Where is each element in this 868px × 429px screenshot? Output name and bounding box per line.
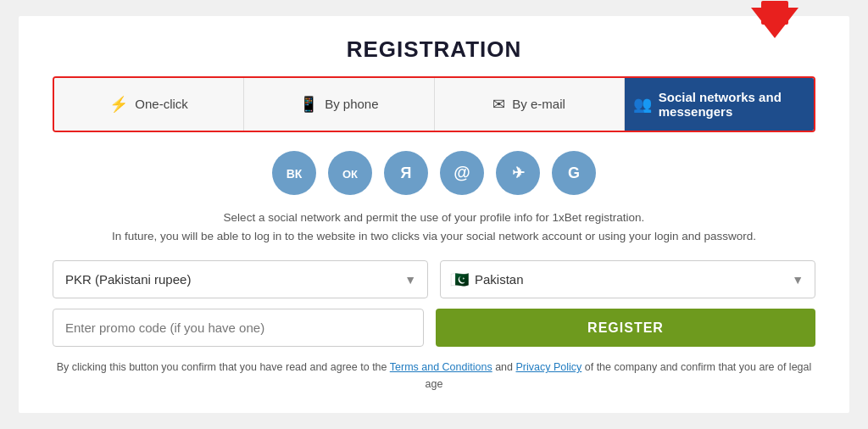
info-line2: In future, you will be able to log in to… <box>53 227 815 246</box>
currency-select-wrapper: PKR (Pakistani rupee) USD (US Dollar) EU… <box>53 260 428 298</box>
vk-button[interactable] <box>272 151 316 195</box>
register-button[interactable]: REGISTER <box>436 309 815 347</box>
terms-link[interactable]: Terms and Conditions <box>390 361 492 373</box>
privacy-link[interactable]: Privacy Policy <box>515 361 581 373</box>
ok-button[interactable] <box>328 151 372 195</box>
email-icon: ✉ <box>492 95 505 114</box>
tab-social-label: Social networks and messengers <box>659 90 805 119</box>
flag-icon: 🇵🇰 <box>450 270 469 289</box>
terms-middle: and <box>492 361 516 373</box>
registration-container: REGISTRATION ⚡ One-click 📱 By phone ✉ By… <box>19 16 849 413</box>
yandex-button[interactable] <box>384 151 428 195</box>
tab-by-phone[interactable]: 📱 By phone <box>244 78 434 131</box>
google-button[interactable] <box>552 151 596 195</box>
tab-by-phone-label: By phone <box>325 97 378 111</box>
terms-before: By clicking this button you confirm that… <box>57 361 390 373</box>
terms-text: By clicking this button you confirm that… <box>53 359 815 393</box>
tab-social[interactable]: 👥 Social networks and messengers <box>625 78 814 131</box>
currency-select[interactable]: PKR (Pakistani rupee) USD (US Dollar) EU… <box>53 260 428 298</box>
social-icons-row <box>53 151 815 195</box>
arrow-indicator <box>751 8 798 38</box>
registration-tabs: ⚡ One-click 📱 By phone ✉ By e-mail 👥 Soc… <box>53 76 815 132</box>
country-select[interactable]: Pakistan India Bangladesh <box>440 260 815 298</box>
telegram-icon <box>512 163 525 182</box>
telegram-button[interactable] <box>496 151 540 195</box>
info-line1: Select a social network and permit the u… <box>53 209 815 227</box>
social-icon: 👥 <box>633 95 652 114</box>
ok-icon <box>342 163 358 182</box>
promo-register-row: REGISTER <box>53 309 815 347</box>
yandex-icon <box>401 163 412 182</box>
tab-by-email[interactable]: ✉ By e-mail <box>435 78 625 131</box>
tab-one-click[interactable]: ⚡ One-click <box>54 78 244 131</box>
info-text: Select a social network and permit the u… <box>53 209 815 245</box>
mail-icon <box>453 163 470 182</box>
tab-by-email-label: By e-mail <box>512 97 565 111</box>
lightning-icon: ⚡ <box>109 95 128 114</box>
page-title: REGISTRATION <box>53 36 815 63</box>
tab-one-click-label: One-click <box>135 97 188 111</box>
google-icon <box>568 163 580 182</box>
arrow-down-icon <box>751 8 798 38</box>
vk-icon <box>287 163 303 182</box>
mail-button[interactable] <box>440 151 484 195</box>
phone-icon: 📱 <box>299 95 318 114</box>
promo-input[interactable] <box>53 309 424 347</box>
country-select-wrapper: Pakistan India Bangladesh 🇵🇰 ▼ <box>440 260 815 298</box>
currency-country-row: PKR (Pakistani rupee) USD (US Dollar) EU… <box>53 260 815 298</box>
